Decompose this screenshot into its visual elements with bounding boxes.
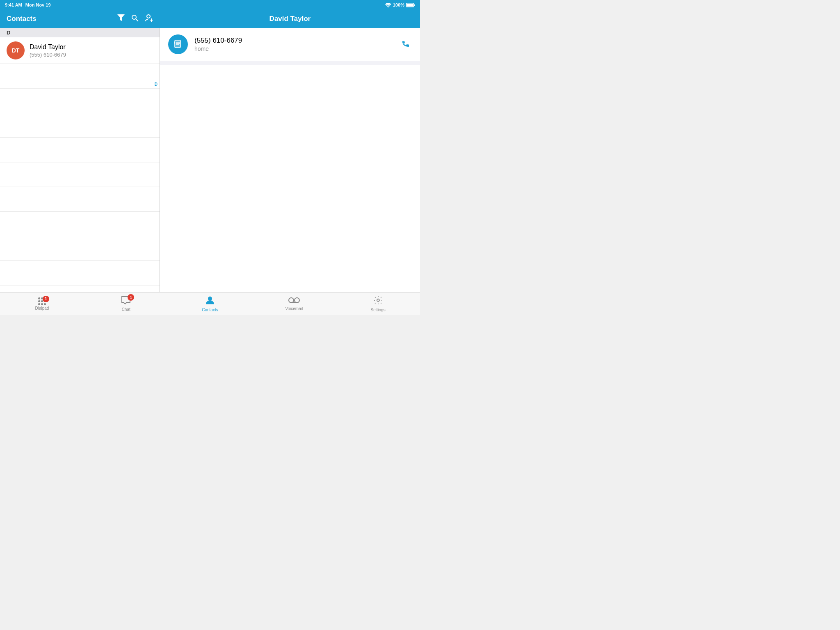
status-day: Mon Nov 19: [25, 2, 51, 7]
phone-number: (555) 610-6679: [194, 37, 400, 45]
contacts-icon: [205, 295, 215, 305]
detail-separator: [160, 61, 420, 65]
contact-info: David Taylor (555) 610-6679: [30, 43, 153, 58]
right-header-area: David Taylor: [160, 15, 420, 23]
section-header-d: D: [0, 28, 160, 37]
svg-point-16: [289, 298, 294, 303]
svg-point-17: [294, 298, 299, 303]
tab-bar: 1 Dialpad 1 Chat Contacts: [0, 292, 420, 315]
call-button[interactable]: [400, 37, 412, 52]
settings-label: Settings: [371, 308, 386, 312]
svg-line-5: [136, 19, 138, 21]
wifi-icon: [385, 3, 391, 7]
svg-rect-2: [414, 4, 415, 6]
svg-rect-13: [174, 42, 175, 43]
voicemail-label: Voicemail: [285, 306, 303, 311]
add-contact-icon[interactable]: [145, 14, 153, 24]
empty-row-2: [0, 89, 160, 113]
dialpad-label: Dialpad: [35, 306, 49, 310]
contact-avatar-dt: DT: [7, 41, 25, 59]
tab-settings[interactable]: Settings: [336, 292, 420, 315]
search-icon[interactable]: [131, 14, 139, 24]
contacts-list: D DT David Taylor (555) 610-6679: [0, 28, 160, 292]
battery-icon: [406, 3, 415, 7]
chat-badge: 1: [128, 294, 134, 301]
content-area: D DT David Taylor (555) 610-6679 D: [0, 28, 420, 292]
status-time: 9:41 AM: [5, 2, 22, 7]
dialpad-badge: 1: [43, 296, 49, 302]
svg-rect-8: [175, 40, 180, 48]
alpha-d[interactable]: D: [155, 82, 158, 87]
contact-detail-panel: (555) 610-6679 home: [160, 28, 420, 292]
svg-point-19: [377, 299, 379, 301]
empty-row-3: [0, 113, 160, 138]
empty-row-1: [0, 64, 160, 89]
voicemail-icon-wrapper: [288, 297, 300, 306]
svg-point-15: [208, 297, 212, 301]
status-bar: 9:41 AM Mon Nov 19 100%: [0, 0, 420, 10]
empty-row-8: [0, 236, 160, 261]
battery-percentage: 100%: [393, 2, 404, 7]
contact-name: David Taylor: [30, 43, 153, 51]
contacts-label: Contacts: [202, 308, 218, 312]
tab-contacts[interactable]: Contacts: [168, 292, 252, 315]
empty-row-5: [0, 162, 160, 187]
filter-icon[interactable]: [117, 14, 125, 24]
phone-type-icon: [168, 34, 188, 54]
tab-chat[interactable]: 1 Chat: [84, 292, 168, 315]
phone-type-label: home: [194, 46, 400, 52]
empty-row-7: [0, 212, 160, 236]
settings-icon-wrapper: [373, 295, 383, 307]
empty-row-6: [0, 187, 160, 212]
empty-row-4: [0, 138, 160, 162]
settings-icon: [373, 295, 383, 305]
chat-icon-wrapper: 1: [121, 296, 131, 306]
svg-point-0: [388, 7, 388, 7]
left-header-area: Contacts: [0, 14, 160, 24]
contact-detail-title: David Taylor: [269, 15, 311, 23]
svg-rect-3: [406, 4, 413, 7]
alphabet-index: D: [155, 82, 158, 87]
phone-entry: (555) 610-6679 home: [160, 28, 420, 61]
dialpad-icon-wrapper: 1: [38, 297, 46, 305]
contact-item-david-taylor[interactable]: DT David Taylor (555) 610-6679: [0, 37, 160, 64]
svg-rect-14: [174, 43, 175, 44]
phone-details: (555) 610-6679 home: [194, 37, 400, 52]
contact-phone: (555) 610-6679: [30, 52, 153, 58]
contacts-icon-wrapper: [205, 295, 215, 307]
main-header: Contacts David Taylor: [0, 10, 420, 28]
empty-row-9: [0, 261, 160, 285]
tab-voicemail[interactable]: Voicemail: [252, 292, 336, 315]
svg-point-4: [132, 15, 136, 19]
contacts-title: Contacts: [7, 15, 111, 23]
chat-label: Chat: [122, 307, 130, 312]
voicemail-icon: [288, 297, 300, 304]
tab-dialpad[interactable]: 1 Dialpad: [0, 292, 84, 315]
